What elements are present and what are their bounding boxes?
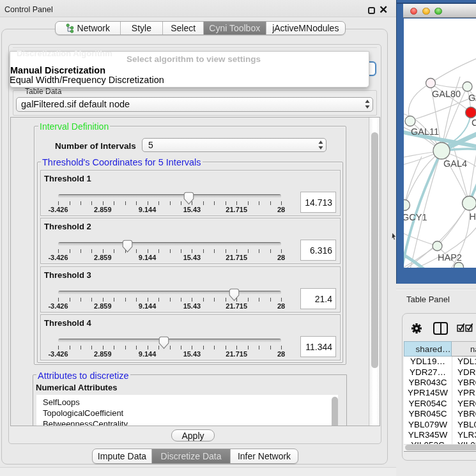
- svg-text:GAL4: GAL4: [443, 158, 467, 169]
- svg-text:CY: CY: [472, 118, 476, 128]
- svg-text:HAP2: HAP2: [438, 252, 462, 263]
- svg-text:GCY1: GCY1: [404, 212, 427, 222]
- svg-text:GA: GA: [468, 93, 476, 103]
- svg-text:GAL80: GAL80: [432, 89, 461, 99]
- svg-text:HA: HA: [470, 211, 476, 222]
- svg-text:GAL11: GAL11: [411, 127, 439, 137]
